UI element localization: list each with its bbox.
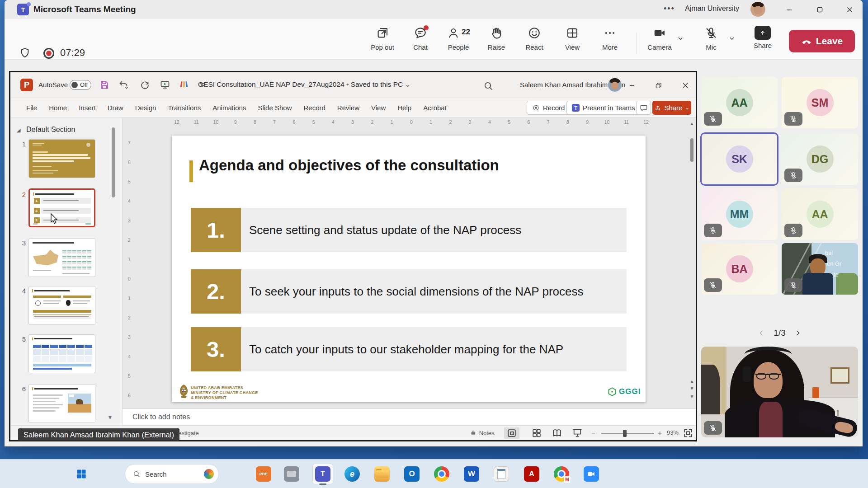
ribbon-tab-review[interactable]: Review: [331, 98, 365, 117]
scrollbar-thumb[interactable]: [690, 138, 693, 162]
participant-tile-aa-0[interactable]: AA: [701, 77, 778, 128]
zoom-level[interactable]: 93%: [667, 429, 679, 436]
ribbon-tab-slide-show[interactable]: Slide Show: [252, 98, 297, 117]
ribbon-tab-transitions[interactable]: Transitions: [162, 98, 207, 117]
canvas-scrollbar[interactable]: ▲ ▲ ▼ ▼: [689, 127, 695, 404]
close-button[interactable]: [842, 4, 857, 15]
ribbon-tab-acrobat[interactable]: Acrobat: [417, 98, 453, 117]
toolbar-more-button[interactable]: More: [593, 24, 627, 56]
normal-view-button[interactable]: [504, 427, 519, 439]
participant-tile-mm-4[interactable]: MM: [701, 188, 778, 240]
outlook-app-icon[interactable]: O: [401, 464, 422, 484]
word-app-icon[interactable]: W: [461, 464, 482, 484]
self-video-tile[interactable]: [701, 347, 858, 437]
minimize-button[interactable]: [781, 4, 797, 15]
participant-video-tile[interactable]: bal en Gr ite: [782, 243, 858, 295]
file-explorer-app-icon[interactable]: [372, 464, 392, 484]
user-avatar[interactable]: [608, 78, 622, 92]
chevron-down-icon[interactable]: [676, 34, 684, 42]
thumbnail-scroll-down-icon[interactable]: ▼: [107, 414, 113, 421]
chrome-gmail-app-icon[interactable]: M: [551, 464, 572, 484]
undo-icon[interactable]: [118, 80, 129, 90]
titlebar-more-icon[interactable]: •••: [664, 4, 675, 14]
thumbnail-scrollbar[interactable]: [112, 127, 115, 197]
toolbar-react-button[interactable]: React: [517, 24, 552, 56]
present-in-teams-button[interactable]: T Present in Teams: [566, 101, 641, 115]
pre-app-icon[interactable]: PRE: [253, 464, 274, 484]
ribbon-tab-help[interactable]: Help: [392, 98, 417, 117]
ribbon-tab-design[interactable]: Design: [129, 98, 162, 117]
leave-button[interactable]: Leave: [789, 30, 855, 52]
maximize-button[interactable]: [812, 4, 827, 15]
record-presentation-button[interactable]: Record: [527, 101, 570, 115]
slide-sorter-view-button[interactable]: [529, 427, 544, 439]
ribbon-tab-draw[interactable]: Draw: [102, 98, 129, 117]
ppt-restore-button[interactable]: [651, 80, 666, 91]
zoom-app-icon[interactable]: [581, 464, 602, 484]
edge-app-icon[interactable]: e: [342, 464, 363, 484]
taskbar-search-input[interactable]: Search: [125, 464, 219, 484]
participant-tile-sk-2[interactable]: SK: [701, 133, 778, 185]
slide-thumbnail-2[interactable]: 1. 2. 3.: [28, 188, 95, 227]
ribbon-tab-home[interactable]: Home: [43, 98, 73, 117]
ppt-minimize-button[interactable]: [624, 80, 640, 91]
comments-button[interactable]: [636, 101, 651, 115]
slide-thumbnail-3[interactable]: [28, 238, 95, 277]
slide-editor[interactable]: Agenda and objectives of the consultatio…: [172, 136, 646, 402]
notes-placeholder[interactable]: Click to add notes: [132, 413, 190, 421]
toolbar-camera-button[interactable]: Camera: [642, 24, 677, 56]
participant-tile-sm-1[interactable]: SM: [782, 77, 858, 128]
previous-page-icon[interactable]: [758, 329, 765, 337]
account-name[interactable]: Ajman University: [685, 5, 739, 13]
zoom-slider[interactable]: [601, 433, 654, 434]
autosave-toggle[interactable]: Off: [70, 80, 91, 90]
slideshow-view-button[interactable]: [570, 427, 585, 439]
notes-pane[interactable]: Click to add notes: [123, 408, 696, 425]
teams-app-icon[interactable]: T: [312, 464, 333, 484]
notes-toggle-button[interactable]: Notes: [470, 429, 495, 436]
participant-tile-ba-6[interactable]: BA: [701, 243, 778, 295]
toolbar-share-button[interactable]: Share: [745, 24, 780, 56]
start-button[interactable]: [71, 464, 91, 484]
toolbar-view-button[interactable]: View: [555, 24, 590, 56]
reading-view-button[interactable]: [549, 427, 565, 439]
toolbar-people-button[interactable]: 22People: [441, 24, 476, 56]
next-slide-icon[interactable]: ▼: [689, 386, 695, 391]
ribbon-tab-record[interactable]: Record: [297, 98, 331, 117]
slide-thumbnail-6[interactable]: [28, 384, 95, 423]
notepad-app-icon[interactable]: [491, 464, 512, 484]
start-slideshow-icon[interactable]: [160, 80, 170, 90]
redo-icon[interactable]: [139, 80, 150, 90]
zoom-in-button[interactable]: +: [658, 429, 662, 437]
scroll-up-icon[interactable]: ▲: [689, 121, 695, 126]
ribbon-tab-view[interactable]: View: [365, 98, 392, 117]
chrome-app-icon[interactable]: [431, 464, 452, 484]
pens-icon[interactable]: [179, 80, 189, 90]
document-title[interactable]: GESI Consultation_UAE NAP Dev_27Aug2024 …: [198, 80, 410, 89]
ribbon-tab-file[interactable]: File: [20, 98, 43, 117]
ribbon-tab-insert[interactable]: Insert: [73, 98, 102, 117]
slide-thumbnail-1[interactable]: [28, 139, 95, 178]
toolbar-mic-button[interactable]: Mic: [694, 24, 728, 56]
section-header[interactable]: ◢ Default Section: [17, 126, 75, 134]
ppt-share-button[interactable]: Share ⌄: [652, 101, 691, 115]
slide-title[interactable]: Agenda and objectives of the consultatio…: [199, 157, 499, 174]
next-page-icon[interactable]: [794, 329, 802, 337]
toolbar-chat-button[interactable]: Chat: [403, 24, 438, 56]
participant-tile-dg-3[interactable]: DG: [782, 133, 858, 185]
section-collapse-icon[interactable]: ◢: [17, 127, 20, 133]
save-icon[interactable]: [99, 80, 110, 90]
toolbar-pop-out-button[interactable]: Pop out: [365, 24, 400, 56]
slide-thumbnail-5[interactable]: [28, 334, 95, 373]
acrobat-app-icon[interactable]: A: [521, 464, 542, 484]
account-avatar[interactable]: [750, 2, 765, 17]
ribbon-tab-animations[interactable]: Animations: [207, 98, 252, 117]
zoom-slider-thumb[interactable]: [623, 430, 627, 437]
previous-slide-icon[interactable]: ▲: [689, 379, 695, 384]
search-icon[interactable]: [483, 80, 494, 91]
toolbar-raise-button[interactable]: Raise: [479, 24, 514, 56]
zoom-out-button[interactable]: −: [591, 429, 595, 437]
slide-thumbnail-4[interactable]: [28, 286, 95, 325]
ppt-close-button[interactable]: [678, 80, 693, 91]
scroll-down-icon[interactable]: ▼: [689, 394, 695, 399]
